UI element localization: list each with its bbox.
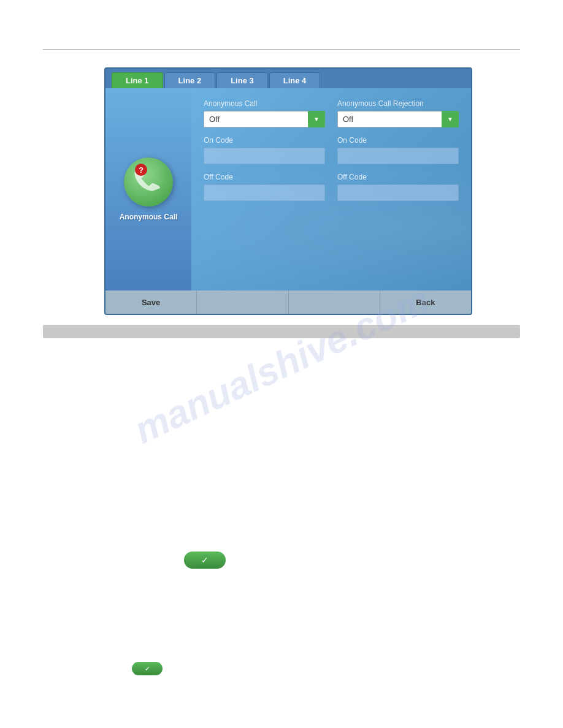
- save-button[interactable]: Save: [105, 290, 197, 314]
- anonymous-call-rejection-group: Anonymous Call Rejection Off On: [337, 99, 459, 127]
- page-container: Line 1 Line 2 Line 3 Line 4 ? Anonymous …: [0, 0, 563, 728]
- checkmark-icon-small: ✓: [145, 665, 150, 673]
- anonymous-call-rejection-select-wrapper: Off On: [337, 111, 459, 127]
- tab-line1[interactable]: Line 1: [112, 72, 163, 88]
- tab-line3[interactable]: Line 3: [216, 72, 268, 88]
- anonymous-call-label: Anonymous Call: [204, 99, 325, 108]
- off-code-input-2[interactable]: [337, 184, 459, 201]
- checkmark-icon-large: ✓: [201, 555, 209, 565]
- tab-line2[interactable]: Line 2: [164, 72, 216, 88]
- bottom-gray-bar: [43, 325, 520, 338]
- anonymous-call-rejection-label: Anonymous Call Rejection: [337, 99, 459, 108]
- phone-panel: Line 1 Line 2 Line 3 Line 4 ? Anonymous …: [104, 67, 472, 315]
- off-code-row: Off Code Off Code: [204, 173, 459, 201]
- content-area: ? Anonymous Call Anonymous Call: [105, 88, 471, 290]
- off-code-label-1: Off Code: [204, 173, 325, 181]
- on-code-label-2: On Code: [337, 136, 459, 145]
- button-bar: Save Back: [105, 290, 471, 314]
- top-divider: [43, 49, 520, 50]
- on-code-group-2: On Code: [337, 136, 459, 164]
- on-code-row: On Code On Code: [204, 136, 459, 164]
- on-code-input-2[interactable]: [337, 148, 459, 164]
- green-oval-button-small[interactable]: ✓: [132, 662, 163, 675]
- empty-button-2: [289, 290, 380, 314]
- sidebar-label: Anonymous Call: [120, 213, 178, 221]
- on-code-group-1: On Code: [204, 136, 325, 164]
- anonymous-call-rejection-select[interactable]: Off On: [337, 111, 459, 127]
- dropdown-row: Anonymous Call Off On Anonymous Call Rej…: [204, 99, 459, 127]
- question-mark-icon: ?: [135, 164, 147, 176]
- on-code-input-1[interactable]: [204, 148, 325, 164]
- off-code-input-1[interactable]: [204, 184, 325, 201]
- anonymous-call-group: Anonymous Call Off On: [204, 99, 325, 127]
- off-code-group-2: Off Code: [337, 173, 459, 201]
- form-area: Anonymous Call Off On Anonymous Call Rej…: [191, 88, 471, 290]
- on-code-label-1: On Code: [204, 136, 325, 145]
- back-button[interactable]: Back: [380, 290, 471, 314]
- off-code-group-1: Off Code: [204, 173, 325, 201]
- off-code-label-2: Off Code: [337, 173, 459, 181]
- empty-button-1: [197, 290, 288, 314]
- tab-bar: Line 1 Line 2 Line 3 Line 4: [105, 69, 471, 88]
- phone-icon-container: ?: [124, 157, 173, 207]
- anonymous-call-select[interactable]: Off On: [204, 111, 325, 127]
- sidebar: ? Anonymous Call: [105, 88, 191, 290]
- anonymous-call-select-wrapper: Off On: [204, 111, 325, 127]
- green-oval-button-large[interactable]: ✓: [184, 552, 226, 569]
- tab-line4[interactable]: Line 4: [269, 72, 321, 88]
